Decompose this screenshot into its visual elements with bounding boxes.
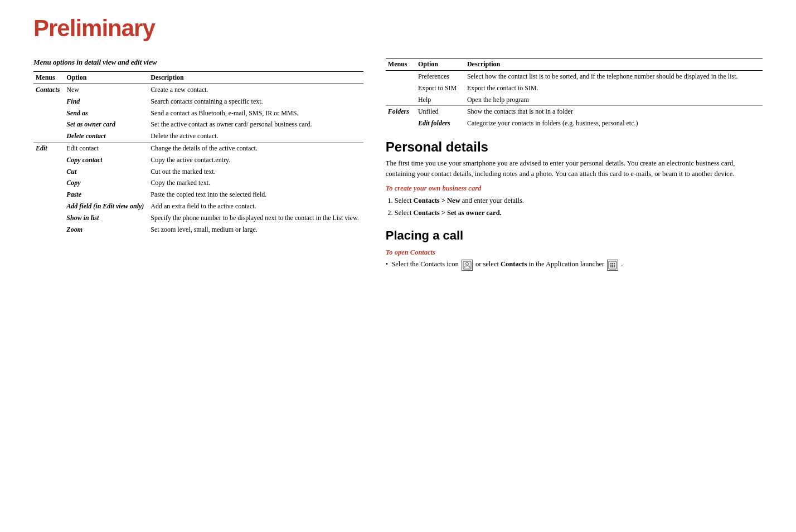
option-edit-contact: Edit contact (64, 142, 148, 154)
table-row: Edit Edit contact Change the details of … (33, 142, 363, 154)
svg-point-8 (614, 264, 615, 265)
bullet-end-text: in the Application launcher (528, 260, 606, 268)
table-row: Delete contact Delete the active contact… (33, 130, 363, 142)
desc-delete: Delete the active contact. (148, 130, 363, 142)
desc-add-field: Add an extra field to the active contact… (148, 201, 363, 212)
to-open-contacts-heading: To open Contacts (386, 248, 763, 257)
table-row: Preferences Select how the contact list … (386, 71, 763, 82)
contacts-icon (462, 260, 473, 271)
option-delete: Delete contact (64, 130, 148, 142)
bullet-period: . (621, 260, 623, 268)
desc-set-owner: Set the active contact as owner card/ pe… (148, 119, 363, 130)
personal-details-heading: Personal details (386, 139, 763, 155)
table-row: Help Open the help program (386, 94, 763, 106)
option-set-owner: Set as owner card (64, 119, 148, 130)
menu-label-empty (386, 71, 416, 82)
desc-copy: Copy the marked text. (148, 177, 363, 189)
contacts-bold-text: Contacts (501, 260, 527, 268)
svg-point-9 (610, 266, 611, 267)
menu-label-empty2 (386, 82, 416, 94)
list-item: Select the Contacts icon or select Conta… (386, 259, 763, 270)
desc-cut: Cut out the marked text. (148, 166, 363, 178)
open-contacts-bullet-list: Select the Contacts icon or select Conta… (386, 259, 763, 270)
option-new: New (64, 84, 148, 96)
desc-send-as: Send a contact as Bluetooth, e-mail, SMS… (148, 108, 363, 119)
option-zoom: Zoom (64, 224, 148, 236)
svg-point-5 (614, 262, 615, 263)
option-edit-folders: Edit folders (416, 118, 465, 129)
table-row: Copy contact Copy the active contact.ent… (33, 154, 363, 166)
list-item: Select Contacts > Set as owner card. (395, 207, 763, 218)
right-menu-table: Menus Option Description Preferences Sel… (386, 58, 763, 129)
table-row: Find Search contacts containing a specif… (33, 96, 363, 108)
table-row: Paste Paste the copied text into the sel… (33, 189, 363, 201)
table-row: Edit folders Categorize your contacts in… (386, 118, 763, 129)
desc-unfiled: Show the contacts that is not in a folde… (465, 106, 763, 118)
col-header-description-left: Description (148, 72, 363, 84)
option-add-field: Add field (in Edit view only) (64, 201, 148, 212)
option-copy: Copy (64, 177, 148, 189)
page-title: Preliminary (33, 17, 763, 40)
option-preferences: Preferences (416, 71, 465, 82)
option-send-as: Send as (64, 108, 148, 119)
table-row: Add field (in Edit view only) Add an ext… (33, 201, 363, 212)
desc-new: Create a new contact. (148, 84, 363, 96)
option-unfiled: Unfiled (416, 106, 465, 118)
menu-label-empty3 (386, 94, 416, 106)
select-contacts-text: Select the Contacts icon (391, 260, 458, 268)
option-show-in-list: Show in list (64, 212, 148, 224)
svg-point-11 (614, 266, 615, 267)
svg-point-3 (610, 262, 611, 263)
col-header-menus-right: Menus (386, 58, 416, 71)
desc-show-in-list: Specify the phone number to be displayed… (148, 212, 363, 224)
desc-find: Search contacts containing a specific te… (148, 96, 363, 108)
table-row: Export to SIM Export the contact to SIM. (386, 82, 763, 94)
table-row: Set as owner card Set the active contact… (33, 119, 363, 130)
svg-point-7 (612, 264, 613, 265)
left-menu-table: Menus Option Description Contacts New Cr… (33, 71, 363, 235)
option-cut: Cut (64, 166, 148, 178)
svg-point-6 (610, 264, 611, 265)
placing-a-call-heading: Placing a call (386, 228, 763, 243)
app-launcher-icon (607, 260, 618, 271)
col-header-option-left: Option (64, 72, 148, 84)
page-container: Preliminary Menu options in detail view … (0, 0, 796, 532)
col-header-menus-left: Menus (33, 72, 64, 84)
bullet-middle-text: or select (475, 260, 501, 268)
right-column: Menus Option Description Preferences Sel… (386, 58, 763, 273)
table-row: Cut Cut out the marked text. (33, 166, 363, 178)
table-row: Folders Unfiled Show the contacts that i… (386, 106, 763, 118)
desc-help: Open the help program (465, 94, 763, 106)
desc-paste: Paste the copied text into the selected … (148, 189, 363, 201)
desc-edit-folders: Categorize your contacts in folders (e.g… (465, 118, 763, 129)
list-item: Select Contacts > New and enter your det… (395, 195, 763, 206)
main-content: Menu options in detail view and edit vie… (33, 41, 763, 273)
desc-preferences: Select how the contact list is to be sor… (465, 71, 763, 82)
option-help: Help (416, 94, 465, 106)
menu-label-folders: Folders (386, 106, 416, 129)
option-export-sim: Export to SIM (416, 82, 465, 94)
left-column: Menu options in detail view and edit vie… (33, 58, 363, 273)
svg-point-1 (465, 262, 468, 265)
col-header-option-right: Option (416, 58, 465, 71)
option-find: Find (64, 96, 148, 108)
svg-point-4 (612, 262, 613, 263)
table-row: Contacts New Create a new contact. (33, 84, 363, 96)
desc-edit-contact: Change the details of the active contact… (148, 142, 363, 154)
desc-copy-contact: Copy the active contact.entry. (148, 154, 363, 166)
menu-label-contacts: Contacts (33, 84, 64, 143)
create-business-card-heading: To create your own business card (386, 184, 763, 193)
option-paste: Paste (64, 189, 148, 201)
table-row: Copy Copy the marked text. (33, 177, 363, 189)
bullet-text: Select the Contacts icon or select Conta… (391, 259, 623, 270)
desc-export-sim: Export the contact to SIM. (465, 82, 763, 94)
desc-zoom: Set zoom level, small, medium or large. (148, 224, 363, 236)
option-copy-contact: Copy contact (64, 154, 148, 166)
personal-details-body: The first time you use your smartphone y… (386, 158, 763, 179)
menu-label-edit: Edit (33, 142, 64, 235)
table-subtitle-left: Menu options in detail view and edit vie… (33, 58, 363, 67)
table-row: Send as Send a contact as Bluetooth, e-m… (33, 108, 363, 119)
table-row: Show in list Specify the phone number to… (33, 212, 363, 224)
business-card-steps: Select Contacts > New and enter your det… (386, 195, 763, 218)
svg-point-10 (612, 266, 613, 267)
